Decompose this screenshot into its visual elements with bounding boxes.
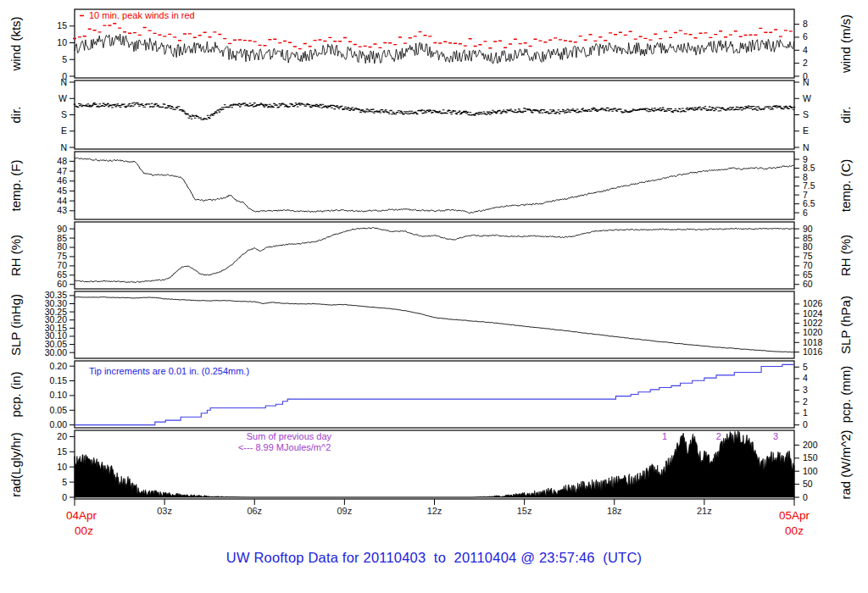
pcp-ytick-right-label: 3 (803, 385, 808, 395)
pcp-ytick-left-label: 0.15 (50, 375, 68, 385)
dir-ytick-right-label: N (803, 142, 810, 152)
pcp-ytick-left-label: 0.05 (50, 405, 68, 415)
pcp-ytick-right-label: 5 (803, 362, 808, 372)
wind-axis-label-right: wind (m/s) (838, 14, 853, 74)
pcp-axis-label-right: pcp. (mm) (838, 366, 853, 424)
rad-ytick-left-label: 20 (57, 431, 67, 441)
rh-ytick-right-label: 70 (803, 260, 813, 270)
dir-ytick-left-label: N (60, 77, 67, 87)
pcp-ytick-right-label: 0 (803, 419, 808, 430)
temp-panel (75, 152, 794, 219)
rh-series-humidity (75, 228, 794, 283)
pcp-ytick-right-label: 1 (803, 407, 808, 418)
dir-ytick-left-label: W (58, 93, 67, 103)
tip-increments-note: Tip increments are 0.01 in. (0.254mm.) (89, 366, 249, 376)
wind-ytick-right-label: 4 (803, 45, 808, 55)
x-tick-label: 12z (427, 506, 442, 516)
slp-ytick-right-label: 1024 (803, 308, 823, 319)
temp-axis-label-right: temp. (C) (838, 159, 853, 213)
chart-canvas: 05101502468wind (kts)wind (m/s)10 min. p… (0, 0, 868, 546)
slp-axis-label-right: SLP (hPa) (838, 296, 853, 354)
rh-ytick-right-label: 75 (803, 251, 813, 261)
rh-ytick-right-label: 85 (803, 233, 813, 243)
pcp-axis-label-left: pcp. (in) (8, 371, 23, 417)
dir-axis-label-left: dir. (8, 106, 23, 123)
rh-ytick-right-label: 65 (803, 269, 813, 280)
rad-series-radiation (75, 431, 794, 497)
slp-series-pressure (75, 297, 794, 353)
dir-ytick-right-label: W (803, 93, 811, 103)
rh-ytick-left-label: 90 (57, 224, 67, 234)
rad-ytick-right-label: 0 (803, 492, 808, 502)
rad-ytick-left-label: 0 (62, 492, 67, 502)
slp-ytick-right-label: 1022 (803, 318, 823, 328)
dir-ytick-left-label: E (61, 125, 67, 136)
chart-title: UW Rooftop Data for 20110403 to 20110404… (0, 550, 868, 566)
rad-ytick-right-label: 150 (803, 452, 818, 463)
rad-ytick-left-label: 5 (62, 477, 67, 487)
start-date-label: 04Apr (66, 509, 97, 522)
dir-ytick-right-label: S (803, 109, 809, 119)
rh-ytick-right-label: 80 (803, 241, 813, 252)
temp-ytick-left-label: 43 (57, 205, 67, 215)
legend-peak-winds: 10 min. peak winds in red (89, 10, 195, 20)
rh-ytick-left-label: 60 (57, 279, 67, 289)
radiation-event-marker-2: 2 (716, 431, 721, 441)
end-date-label: 05Apr (779, 509, 810, 522)
x-tick-label: 09z (337, 506, 353, 516)
temp-axis-label-left: temp. (F) (8, 160, 23, 212)
temp-ytick-right-label: 7.5 (803, 180, 815, 191)
slp-ytick-left-label: 30.35 (45, 290, 67, 300)
radiation-event-marker-3: 3 (773, 431, 778, 441)
rh-ytick-left-label: 65 (57, 269, 67, 280)
radiation-sum-value: <--- 8.99 MJoules/m^2 (238, 442, 331, 452)
radiation-event-marker-1: 1 (662, 431, 667, 441)
end-hour-label: 00z (785, 524, 804, 537)
rad-ytick-right-label: 100 (803, 466, 818, 476)
pcp-ytick-right-label: 4 (803, 373, 808, 383)
slp-ytick-right-label: 1016 (803, 346, 823, 357)
rh-ytick-left-label: 75 (57, 251, 67, 261)
temp-ytick-left-label: 48 (57, 156, 67, 166)
temp-ytick-right-label: 6.5 (803, 198, 815, 208)
slp-ytick-right-label: 1018 (803, 337, 823, 347)
wind-ytick-left-label: 15 (57, 20, 67, 30)
temp-ytick-left-label: 44 (57, 196, 67, 206)
wind-axis-label-left: wind (kts) (8, 16, 23, 71)
x-tick-label: 15z (517, 506, 532, 516)
rh-axis-label-right: RH (%) (838, 235, 853, 276)
dir-ytick-right-label: E (803, 125, 809, 136)
slp-ytick-right-label: 1026 (803, 298, 823, 308)
temp-ytick-left-label: 45 (57, 186, 67, 196)
rh-axis-label-left: RH (%) (8, 235, 23, 276)
slp-ytick-right-label: 1020 (803, 327, 823, 337)
temp-ytick-left-label: 46 (57, 175, 67, 186)
wind-ytick-left-label: 10 (57, 37, 67, 47)
rh-ytick-left-label: 70 (57, 260, 67, 270)
temp-ytick-right-label: 7 (803, 190, 808, 200)
temp-ytick-right-label: 8.5 (803, 163, 815, 173)
rad-axis-label-left: rad(Lgly/hr) (8, 432, 23, 497)
dir-ytick-left-label: N (60, 142, 67, 152)
rad-ytick-right-label: 50 (803, 479, 813, 489)
rh-ytick-left-label: 85 (57, 233, 67, 243)
rh-ytick-left-label: 80 (57, 241, 67, 252)
pcp-ytick-right-label: 2 (803, 396, 808, 407)
pcp-ytick-left-label: 0.20 (50, 361, 68, 371)
radiation-sum-note: Sum of previous day (247, 431, 332, 441)
temp-series-temperature (75, 158, 794, 213)
rh-ytick-right-label: 90 (803, 224, 813, 234)
rad-axis-label-right: rad (W/m^2) (838, 430, 853, 499)
x-tick-label: 03z (157, 506, 172, 516)
wind-ytick-right-label: 2 (803, 58, 808, 68)
slp-panel (75, 291, 794, 358)
rad-ytick-right-label: 200 (803, 440, 818, 450)
temp-ytick-right-label: 8 (803, 172, 808, 182)
slp-axis-label-left: SLP (inHg) (8, 294, 23, 356)
wind-ytick-left-label: 5 (62, 54, 67, 64)
temp-ytick-right-label: 9 (803, 154, 808, 164)
dir-panel (75, 80, 794, 149)
rad-ytick-left-label: 10 (57, 462, 67, 472)
x-tick-label: 06z (247, 506, 262, 516)
rh-panel (75, 222, 794, 289)
